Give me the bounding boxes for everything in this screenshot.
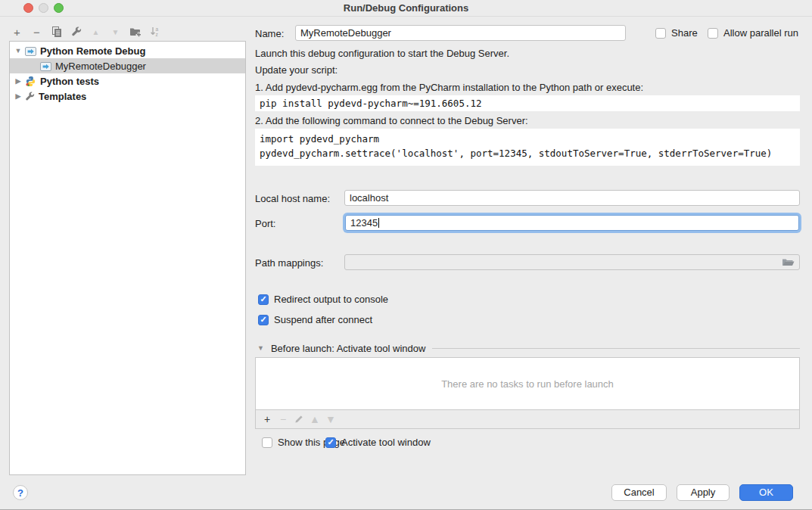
wrench-icon xyxy=(25,92,35,101)
tree-item-label: Python tests xyxy=(40,76,99,87)
tree-item-python-remote-debug[interactable]: ▼ Python Remote Debug xyxy=(10,43,245,58)
svg-text:z: z xyxy=(156,32,158,37)
add-configuration-icon[interactable]: + xyxy=(11,26,23,39)
name-input[interactable] xyxy=(295,25,626,41)
help-button[interactable]: ? xyxy=(13,485,28,500)
check-icon: ✓ xyxy=(260,316,266,324)
step2-text: 2. Add the following command to connect … xyxy=(255,115,528,126)
tree-item-python-tests[interactable]: ▶ Python tests xyxy=(10,73,245,89)
allow-parallel-run-checkbox[interactable]: ✓ xyxy=(708,28,718,39)
path-mappings-input[interactable] xyxy=(344,254,800,270)
apply-button[interactable]: Apply xyxy=(677,484,730,501)
tree-item-label: Templates xyxy=(39,91,86,102)
new-folder-icon[interactable] xyxy=(129,26,142,39)
cancel-button[interactable]: Cancel xyxy=(611,484,667,501)
port-input[interactable]: 12345 xyxy=(345,215,799,231)
ok-button[interactable]: OK xyxy=(739,484,793,501)
remove-configuration-icon[interactable]: − xyxy=(30,26,43,39)
share-label: Share xyxy=(671,27,698,39)
show-this-page-checkbox[interactable]: ✓ xyxy=(262,437,272,448)
suspend-after-connect-label: Suspend after connect xyxy=(274,314,372,325)
settrace-code-line2: pydevd_pycharm.settrace('localhost', por… xyxy=(260,146,795,160)
redirect-output-checkbox-row[interactable]: ✓ Redirect output to console xyxy=(258,294,388,305)
settrace-code: import pydevd_pycharm pydevd_pycharm.set… xyxy=(255,129,800,166)
copy-configuration-icon[interactable] xyxy=(50,26,63,39)
before-launch-tasks-panel: There are no tasks to run before launch … xyxy=(255,357,800,429)
svg-text:a: a xyxy=(156,26,159,32)
browse-folder-icon[interactable] xyxy=(782,257,795,267)
suspend-after-connect-checkbox[interactable]: ✓ xyxy=(258,315,269,325)
run-debug-configurations-dialog: Run/Debug Configurations + − ▲ ▼ xyxy=(0,0,812,510)
chevron-collapsed-icon[interactable]: ▶ xyxy=(14,77,22,85)
move-down-icon[interactable]: ▼ xyxy=(109,26,122,39)
edit-templates-icon[interactable] xyxy=(70,26,82,39)
tree-item-templates[interactable]: ▶ Templates xyxy=(10,89,245,104)
python-tests-icon xyxy=(25,76,36,87)
allow-parallel-run-checkbox-row[interactable]: ✓ Allow parallel run xyxy=(708,27,798,39)
chevron-expanded-icon[interactable]: ▼ xyxy=(14,47,22,54)
question-mark-icon: ? xyxy=(17,487,23,499)
redirect-output-checkbox[interactable]: ✓ xyxy=(258,294,269,305)
configurations-toolbar: + − ▲ ▼ a z xyxy=(11,23,161,41)
step1-text: 1. Add pydevd-pycharm.egg from the PyCha… xyxy=(255,82,643,93)
header-rule xyxy=(432,348,800,349)
local-host-name-label: Local host name: xyxy=(255,193,330,204)
run-config-icon xyxy=(40,61,51,71)
allow-parallel-run-label: Allow parallel run xyxy=(723,27,798,39)
local-host-name-input[interactable] xyxy=(344,190,800,206)
sort-alphabetically-icon[interactable]: a z xyxy=(148,26,161,39)
share-checkbox[interactable]: ✓ xyxy=(655,28,666,39)
titlebar: Run/Debug Configurations xyxy=(0,0,812,17)
suspend-after-connect-checkbox-row[interactable]: ✓ Suspend after connect xyxy=(258,314,372,325)
tree-item-label: Python Remote Debug xyxy=(40,45,145,57)
activate-tool-window-checkbox-row[interactable]: ✓ Activate tool window xyxy=(325,437,431,448)
tree-item-myremotedebugger[interactable]: MyRemoteDebugger xyxy=(10,58,245,73)
settrace-code-line1: import pydevd_pycharm xyxy=(260,132,795,146)
empty-tasks-message: There are no tasks to run before launch xyxy=(256,358,799,409)
run-config-icon xyxy=(25,46,36,56)
pip-install-code: pip install pydevd-pycharm~=191.6605.12 xyxy=(255,95,800,111)
update-script-text: Update your script: xyxy=(255,64,338,76)
activate-tool-window-label: Activate tool window xyxy=(341,437,431,448)
redirect-output-label: Redirect output to console xyxy=(274,294,388,305)
intro-text: Launch this debug configuration to start… xyxy=(255,48,509,59)
tasks-toolbar: + − ▲ ▼ xyxy=(256,409,799,428)
move-up-icon[interactable]: ▲ xyxy=(89,26,102,39)
name-label: Name: xyxy=(255,28,284,39)
port-label: Port: xyxy=(255,218,275,229)
window-title: Run/Debug Configurations xyxy=(0,2,812,14)
edit-task-icon[interactable] xyxy=(294,414,304,424)
share-checkbox-row[interactable]: ✓ Share xyxy=(655,27,698,39)
chevron-collapsed-icon[interactable]: ▶ xyxy=(14,92,22,100)
before-launch-label: Before launch: Activate tool window xyxy=(271,343,426,354)
before-launch-header[interactable]: ▼ Before launch: Activate tool window xyxy=(257,342,800,354)
move-task-up-icon[interactable]: ▲ xyxy=(310,414,320,424)
path-mappings-label: Path mappings: xyxy=(255,257,323,269)
remove-task-icon[interactable]: − xyxy=(278,414,288,424)
move-task-down-icon[interactable]: ▼ xyxy=(325,414,336,424)
chevron-expanded-icon[interactable]: ▼ xyxy=(257,344,264,352)
check-icon: ✓ xyxy=(260,295,266,303)
add-task-icon[interactable]: + xyxy=(262,414,272,424)
tree-item-label: MyRemoteDebugger xyxy=(55,61,146,72)
activate-tool-window-checkbox[interactable]: ✓ xyxy=(325,437,336,448)
configurations-tree: ▼ Python Remote Debug MyRemoteDebugger ▶ xyxy=(9,41,246,475)
port-value: 12345 xyxy=(350,217,378,229)
check-icon: ✓ xyxy=(327,438,334,446)
text-cursor xyxy=(378,218,379,228)
